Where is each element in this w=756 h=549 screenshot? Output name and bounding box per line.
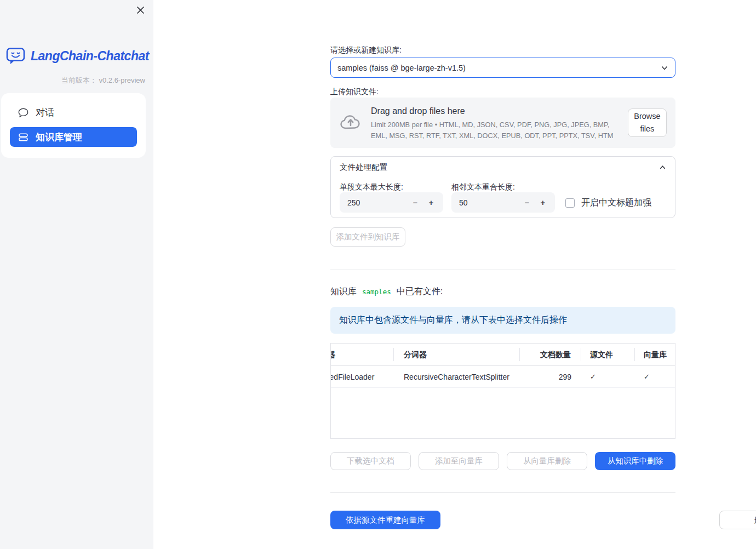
sidebar-item-kb-management[interactable]: 知识库管理 [10,127,137,147]
chunk-size-label: 单段文本最大长度: [340,182,403,192]
delete-from-kb-button[interactable]: 从知识库中删除 [595,452,675,470]
increment-button[interactable]: + [539,198,547,207]
decrement-button[interactable]: − [411,198,420,207]
download-selected-button[interactable]: 下载选中文档 [330,452,411,470]
cell-splitter: RecursiveCharacterTextSplitter [394,373,520,381]
checkbox-label: 开启中文标题加强 [581,197,651,209]
kb-files-heading: 知识库 samples 中已有文件: [330,286,675,298]
chevron-down-icon [661,64,668,72]
table-header-row: 文档加载器 分词器 文档数量 源文件 向量库 [331,344,675,366]
cell-vector-check: ✓ [635,373,675,381]
add-to-vectorstore-button[interactable]: 添加至向量库 [419,452,499,470]
add-files-to-kb-button[interactable]: 添加文件到知识库 [330,227,405,247]
dropzone-text: Drag and drop files here Limit 200MB per… [371,105,619,140]
close-sidebar-icon[interactable] [135,4,146,15]
expander-header[interactable]: 文件处理配置 [331,157,675,178]
sidebar-item-label: 知识库管理 [36,131,82,144]
column-header-doc-count: 文档数量 [520,348,581,361]
stack-icon [18,132,28,142]
rebuild-vectorstore-button[interactable]: 依据源文件重建向量库 [330,511,440,529]
version-line: 当前版本： v0.2.6-preview [61,76,145,85]
expander-title: 文件处理配置 [340,162,387,173]
kb-files-suffix: 中已有文件: [397,286,443,298]
overlap-input[interactable]: 50 − + [451,192,555,213]
kb-select-value: samples (faiss @ bge-large-zh-v1.5) [337,64,466,72]
sidebar: LangChain-Chatchat 当前版本： v0.2.6-preview … [0,0,153,549]
sidebar-item-dialogue[interactable]: 对话 [10,102,137,122]
kb-files-prefix: 知识库 [330,286,357,298]
chat-bubble-icon [18,107,28,118]
checkbox-box-icon[interactable] [565,198,575,208]
file-dropzone[interactable]: Drag and drop files here Limit 200MB per… [330,98,675,148]
table-row[interactable]: UnstructuredFileLoader RecursiveCharacte… [331,366,675,388]
divider [330,492,675,493]
version-value: v0.2.6-preview [99,76,145,84]
browse-files-button[interactable]: Browse files [628,108,667,137]
decrement-button[interactable]: − [523,198,531,207]
column-header-source-file: 源文件 [581,348,635,361]
zh-title-enhance-checkbox[interactable]: 开启中文标题加强 [565,197,651,209]
column-header-vector-store: 向量库 [635,348,675,361]
chunk-size-value: 250 [347,198,411,207]
cell-loader: UnstructuredFileLoader [331,373,394,381]
overlap-value: 50 [459,198,523,207]
column-header-splitter: 分词器 [394,348,520,361]
kb-name-code: samples [361,287,392,296]
delete-from-vectorstore-button[interactable]: 从向量库删除 [507,452,587,470]
row-actions: 下载选中文档 添加至向量库 从向量库删除 从知识库中删除 [330,452,675,470]
cell-doc-count: 299 [520,373,581,381]
brand-title: LangChain-Chatchat [31,49,149,64]
kb-select-label: 请选择或新建知识库: [330,45,675,55]
dropzone-hint: Limit 200MB per file • HTML, MD, JSON, C… [371,119,619,140]
kb-files-table: 文档加载器 分词器 文档数量 源文件 向量库 UnstructuredFileL… [330,343,675,439]
sidebar-item-label: 对话 [36,106,54,119]
kb-select-dropdown[interactable]: samples (faiss @ bge-large-zh-v1.5) [330,58,675,78]
column-header-loader: 文档加载器 [331,348,394,361]
dropzone-title: Drag and drop files here [371,105,619,118]
chunk-size-input[interactable]: 250 − + [340,192,443,213]
divider [330,270,675,270]
info-banner-text: 知识库中包含源文件与向量库，请从下表中选择文件后操作 [339,314,567,326]
info-banner: 知识库中包含源文件与向量库，请从下表中选择文件后操作 [330,307,675,334]
overlap-label: 相邻文本重合长度: [451,182,515,192]
brand-logo: LangChain-Chatchat [6,47,149,65]
delete-kb-button[interactable]: 删除知识库 [719,511,756,529]
upload-label: 上传知识文件: [330,87,675,97]
sidebar-menu: 对话 知识库管理 [1,93,146,158]
chatchat-logo-icon [6,47,26,65]
file-config-expander: 文件处理配置 单段文本最大长度: 相邻文本重合长度: 250 − + 50 − … [330,156,675,218]
main-content: 请选择或新建知识库: samples (faiss @ bge-large-zh… [153,0,756,549]
version-label: 当前版本： [61,76,97,84]
cloud-upload-icon [339,113,362,132]
increment-button[interactable]: + [427,198,436,207]
cell-source-check: ✓ [581,373,635,381]
chevron-up-icon [659,164,666,171]
